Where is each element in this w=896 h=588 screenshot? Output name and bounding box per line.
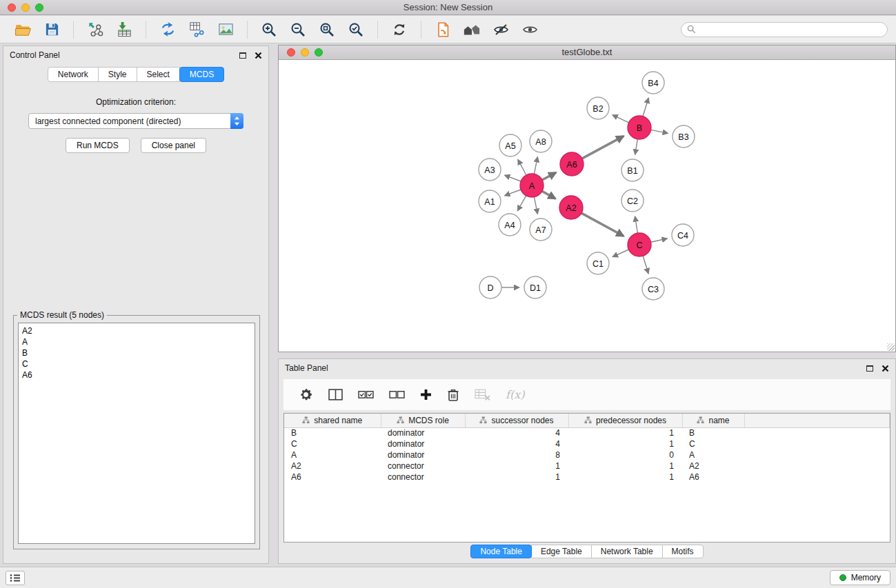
save-session-button[interactable] xyxy=(39,19,64,41)
table-row[interactable]: A6connector11A6 xyxy=(284,472,890,483)
export-image-button[interactable] xyxy=(213,19,238,41)
network-edge-A-A4[interactable] xyxy=(517,196,526,211)
table-settings-button[interactable] xyxy=(299,387,313,402)
tab-style[interactable]: Style xyxy=(98,67,137,82)
tab-network[interactable]: Network xyxy=(48,67,99,82)
table-cell[interactable]: C xyxy=(682,438,744,449)
table-cell[interactable]: A6 xyxy=(284,472,381,483)
network-edge-B-B2[interactable] xyxy=(613,115,629,123)
column-header-successor-nodes[interactable]: successor nodes xyxy=(465,414,568,427)
column-header-predecessor-nodes[interactable]: predecessor nodes xyxy=(568,414,682,427)
run-mcds-button[interactable]: Run MCDS xyxy=(66,138,130,153)
network-edge-A2-C[interactable] xyxy=(581,213,624,236)
network-node-A1[interactable]: A1 xyxy=(479,190,501,212)
import-network-button[interactable] xyxy=(83,19,108,41)
network-node-B[interactable]: B xyxy=(628,116,651,139)
show-details-button[interactable] xyxy=(517,19,542,41)
select-all-rows-button[interactable] xyxy=(358,390,374,400)
hide-details-button[interactable] xyxy=(488,19,513,41)
network-node-B3[interactable]: B3 xyxy=(673,125,695,148)
tab-mcds[interactable]: MCDS xyxy=(179,67,224,82)
minimize-window-button[interactable] xyxy=(21,3,30,12)
deselect-all-rows-button[interactable] xyxy=(389,390,405,400)
network-edge-A-A5[interactable] xyxy=(518,159,526,175)
table-row[interactable]: A2connector11A2 xyxy=(284,460,890,472)
table-cell[interactable]: 1 xyxy=(568,472,682,483)
network-node-B2[interactable]: B2 xyxy=(587,97,609,119)
network-node-A2[interactable]: A2 xyxy=(559,196,583,219)
task-history-button[interactable] xyxy=(6,571,25,585)
network-close-button[interactable] xyxy=(287,48,295,57)
zoom-fit-button[interactable] xyxy=(315,19,339,41)
table-row[interactable]: Cdominator41C xyxy=(284,438,890,449)
table-cell[interactable]: 0 xyxy=(568,449,682,460)
network-node-C[interactable]: C xyxy=(628,233,651,256)
network-canvas[interactable]: B4B2BB3A5A8A6A3B1AA1C2A2A4A7CC4C1C3DD1 xyxy=(279,60,895,352)
delete-table-button[interactable] xyxy=(475,389,490,401)
close-window-button[interactable] xyxy=(8,3,16,12)
network-node-C2[interactable]: C2 xyxy=(621,190,644,212)
table-row[interactable]: Adominator80A xyxy=(284,449,890,460)
table-cell[interactable]: dominator xyxy=(381,427,465,438)
float-table-panel-icon[interactable] xyxy=(866,365,873,372)
network-node-A5[interactable]: A5 xyxy=(499,134,521,156)
home-button[interactable] xyxy=(459,19,484,41)
tab-select[interactable]: Select xyxy=(137,67,180,82)
zoom-window-button[interactable] xyxy=(35,3,43,12)
network-node-A3[interactable]: A3 xyxy=(479,159,501,181)
tab-node-table[interactable]: Node Table xyxy=(470,545,532,558)
network-node-A[interactable]: A xyxy=(520,174,544,197)
network-node-C4[interactable]: C4 xyxy=(672,224,694,246)
network-edge-B-B4[interactable] xyxy=(643,98,648,116)
close-table-panel-icon[interactable] xyxy=(882,365,889,372)
show-column-button[interactable] xyxy=(328,389,343,401)
create-column-button[interactable] xyxy=(420,389,432,401)
table-cell[interactable]: dominator xyxy=(381,438,465,449)
table-cell[interactable]: 4 xyxy=(465,427,568,438)
resize-grip[interactable] xyxy=(887,343,895,351)
table-cell[interactable]: connector xyxy=(381,460,465,472)
network-node-A8[interactable]: A8 xyxy=(530,130,552,152)
refresh-button[interactable] xyxy=(387,19,412,41)
table-cell[interactable]: A xyxy=(284,449,381,460)
table-cell[interactable]: 1 xyxy=(568,427,682,438)
tab-network-table[interactable]: Network Table xyxy=(591,545,663,558)
network-edge-A-A8[interactable] xyxy=(534,157,537,174)
network-table-button[interactable] xyxy=(184,19,209,41)
function-builder-button[interactable]: f(x) xyxy=(506,388,524,401)
mcds-result-list[interactable]: A2ABCA6 xyxy=(18,323,255,544)
network-node-C3[interactable]: C3 xyxy=(642,278,664,300)
network-node-C1[interactable]: C1 xyxy=(587,252,609,274)
table-cell[interactable]: A6 xyxy=(682,472,744,483)
zoom-in-button[interactable] xyxy=(257,19,281,41)
network-node-A6[interactable]: A6 xyxy=(560,152,584,176)
network-minimize-button[interactable] xyxy=(301,48,309,57)
network-edge-A-A6[interactable] xyxy=(542,172,556,180)
mcds-result-item[interactable]: A6 xyxy=(22,369,251,381)
table-cell[interactable]: B xyxy=(682,427,744,438)
mcds-result-item[interactable]: C xyxy=(22,358,251,369)
network-edge-C-C1[interactable] xyxy=(613,250,629,257)
table-cell[interactable]: 1 xyxy=(465,460,568,472)
column-header-shared-name[interactable]: shared name xyxy=(284,414,381,427)
network-edge-A6-B[interactable] xyxy=(582,136,624,159)
table-cell[interactable]: 8 xyxy=(465,449,568,460)
network-node-B4[interactable]: B4 xyxy=(642,72,664,94)
close-panel-icon[interactable] xyxy=(255,52,262,59)
network-edge-A-A3[interactable] xyxy=(505,175,521,181)
network-node-B1[interactable]: B1 xyxy=(621,159,644,181)
column-header-mcds-role[interactable]: MCDS role xyxy=(381,414,465,427)
network-edge-B-B1[interactable] xyxy=(635,139,638,155)
table-cell[interactable]: 1 xyxy=(568,460,682,472)
network-arrows-button[interactable] xyxy=(155,19,180,41)
table-cell[interactable]: A2 xyxy=(284,460,381,472)
network-node-A4[interactable]: A4 xyxy=(499,214,521,236)
table-cell[interactable]: A xyxy=(682,449,744,460)
table-cell[interactable]: dominator xyxy=(381,449,465,460)
network-edge-C-C3[interactable] xyxy=(643,256,648,274)
open-document-button[interactable] xyxy=(430,19,455,41)
float-panel-icon[interactable] xyxy=(239,52,246,59)
network-node-D1[interactable]: D1 xyxy=(524,276,546,298)
zoom-selected-button[interactable] xyxy=(344,19,368,41)
table-row[interactable]: Bdominator41B xyxy=(284,427,890,438)
